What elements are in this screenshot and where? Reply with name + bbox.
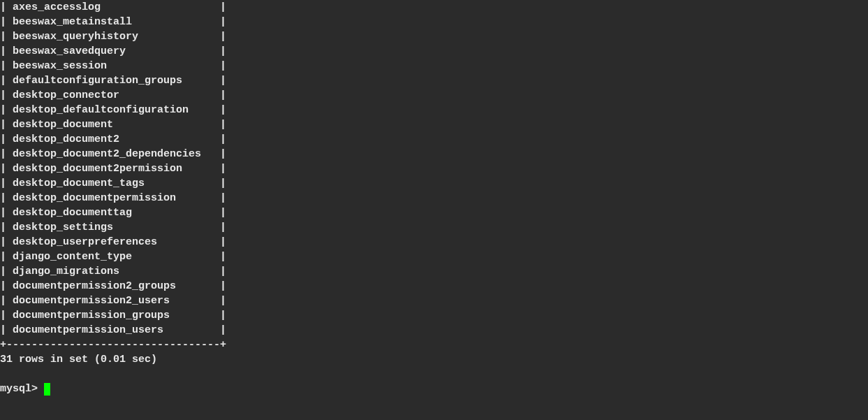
table-row: | django_migrations | bbox=[0, 264, 868, 279]
table-row: | desktop_settings | bbox=[0, 220, 868, 235]
table-row: | desktop_defaultconfiguration | bbox=[0, 103, 868, 117]
table-rows-container: | axes_accesslog || beeswax_metainstall … bbox=[0, 0, 868, 338]
table-row: | django_content_type | bbox=[0, 249, 868, 264]
table-row: | desktop_document_tags | bbox=[0, 176, 868, 191]
table-row: | beeswax_savedquery | bbox=[0, 44, 868, 59]
table-row: | defaultconfiguration_groups | bbox=[0, 73, 868, 88]
table-row: | beeswax_session | bbox=[0, 59, 868, 73]
table-border-bottom: +----------------------------------+ bbox=[0, 338, 868, 352]
prompt-line[interactable]: mysql> bbox=[0, 382, 868, 396]
table-row: | desktop_document | bbox=[0, 117, 868, 132]
table-row: | documentpermission_users | bbox=[0, 323, 868, 338]
table-row: | desktop_userpreferences | bbox=[0, 235, 868, 249]
table-row: | desktop_document2_dependencies | bbox=[0, 147, 868, 161]
mysql-prompt: mysql> bbox=[0, 382, 44, 396]
result-summary: 31 rows in set (0.01 sec) bbox=[0, 352, 868, 367]
table-row: | beeswax_metainstall | bbox=[0, 15, 868, 29]
table-row: | desktop_connector | bbox=[0, 88, 868, 103]
table-row: | documentpermission2_users | bbox=[0, 294, 868, 308]
table-row: | desktop_document2permission | bbox=[0, 161, 868, 176]
terminal-output[interactable]: | axes_accesslog || beeswax_metainstall … bbox=[0, 0, 868, 396]
table-row: | documentpermission2_groups | bbox=[0, 279, 868, 294]
cursor-icon bbox=[44, 383, 50, 396]
table-row: | desktop_document2 | bbox=[0, 132, 868, 147]
table-row: | desktop_documenttag | bbox=[0, 205, 868, 220]
blank-line bbox=[0, 367, 868, 382]
table-row: | documentpermission_groups | bbox=[0, 308, 868, 323]
table-row: | desktop_documentpermission | bbox=[0, 191, 868, 205]
table-row: | axes_accesslog | bbox=[0, 0, 868, 15]
table-row: | beeswax_queryhistory | bbox=[0, 29, 868, 44]
